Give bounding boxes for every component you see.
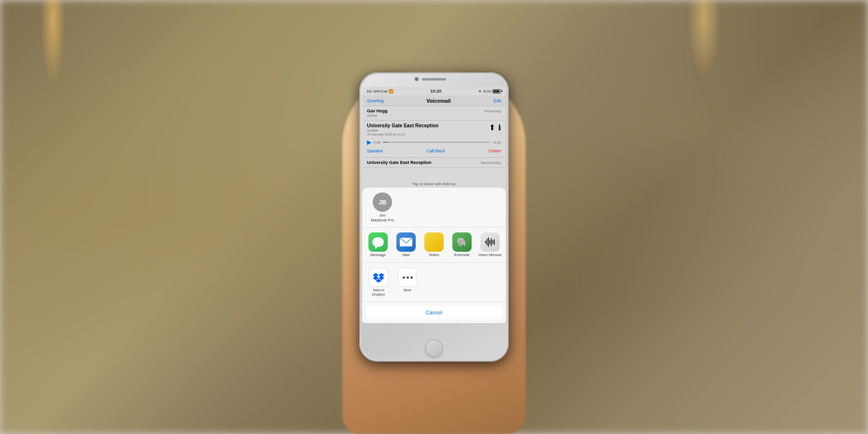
airdrop-hint-text: Tap to share with AirDrop bbox=[362, 182, 506, 186]
message-bubble-shape bbox=[372, 237, 384, 247]
wave-bar-4 bbox=[489, 240, 490, 244]
wave-bar-3 bbox=[488, 237, 489, 247]
waveform-visual bbox=[485, 236, 495, 248]
share-apps-section: Message bbox=[362, 228, 506, 263]
wave-bar-6 bbox=[492, 240, 493, 244]
airdrop-person-name: Jon bbox=[380, 213, 386, 218]
phone-camera bbox=[415, 77, 419, 81]
more-dot-3 bbox=[410, 276, 413, 279]
cancel-button[interactable]: Cancel bbox=[366, 306, 502, 319]
mail-app-label: Mail bbox=[403, 253, 410, 258]
share-app-mail[interactable]: Mail bbox=[394, 232, 418, 258]
share-app-voice-memos[interactable]: Voice Memos bbox=[478, 232, 502, 258]
share-action-dropbox[interactable]: Save to Dropbox bbox=[366, 268, 391, 297]
voice-memos-app-icon bbox=[480, 232, 500, 252]
evernote-app-icon: 🐘 bbox=[452, 232, 472, 252]
dropbox-action-label: Save to Dropbox bbox=[372, 288, 385, 297]
share-app-message[interactable]: Message bbox=[366, 232, 390, 258]
dropbox-icon-box bbox=[369, 268, 388, 287]
share-sheet: JB Jon MacBook Pro bbox=[362, 188, 506, 323]
iphone-device: EE WiFiCall 📶 10:20 ✦ 91% Greeting bbox=[359, 72, 509, 362]
airdrop-initials: JB bbox=[379, 199, 387, 206]
share-app-evernote[interactable]: 🐘 Evernote bbox=[450, 232, 474, 258]
notes-lines bbox=[432, 237, 436, 247]
more-dot-1 bbox=[403, 276, 405, 279]
notes-app-icon bbox=[424, 232, 444, 252]
mail-app-icon bbox=[396, 232, 416, 252]
hand-holding-phone: EE WiFiCall 📶 10:20 ✦ 91% Greeting bbox=[265, 0, 603, 434]
more-action-label: More bbox=[404, 288, 411, 292]
wave-bar-1 bbox=[485, 241, 486, 244]
more-dots-icon bbox=[403, 276, 413, 279]
message-app-icon bbox=[368, 232, 388, 252]
airdrop-person-device: MacBook Pro bbox=[371, 218, 394, 223]
evernote-logo: 🐘 bbox=[457, 237, 467, 247]
wave-bar-5 bbox=[491, 238, 492, 246]
home-button[interactable] bbox=[425, 339, 443, 357]
evernote-app-label: Evernote bbox=[454, 253, 470, 258]
voice-memos-app-label: Voice Memos bbox=[478, 253, 502, 258]
share-app-notes[interactable]: Notes bbox=[422, 232, 446, 258]
notes-app-label: Notes bbox=[429, 253, 439, 258]
wave-bar-2 bbox=[487, 239, 488, 245]
phone-speaker bbox=[422, 78, 446, 81]
share-apps-row: Message bbox=[366, 232, 502, 258]
share-actions-row: Save to Dropbox bbox=[366, 268, 502, 297]
airdrop-person[interactable]: JB Jon MacBook Pro bbox=[368, 192, 397, 222]
mail-envelope-svg bbox=[400, 238, 412, 246]
share-sheet-overlay: Tap to share with AirDrop JB Jon MacBook… bbox=[362, 87, 506, 323]
share-actions-section: Save to Dropbox bbox=[362, 263, 506, 302]
wave-bar-7 bbox=[494, 239, 495, 245]
message-app-label: Message bbox=[370, 253, 386, 258]
airdrop-avatar: JB bbox=[373, 192, 392, 212]
phone-screen[interactable]: EE WiFiCall 📶 10:20 ✦ 91% Greeting bbox=[362, 87, 506, 323]
share-action-more[interactable]: More bbox=[395, 268, 420, 297]
scene: EE WiFiCall 📶 10:20 ✦ 91% Greeting bbox=[0, 0, 868, 434]
airdrop-section: JB Jon MacBook Pro bbox=[362, 188, 506, 228]
more-dot-2 bbox=[407, 276, 409, 279]
dropbox-logo-svg bbox=[373, 271, 384, 283]
more-icon-box bbox=[398, 268, 417, 287]
cancel-section: Cancel bbox=[362, 302, 506, 323]
